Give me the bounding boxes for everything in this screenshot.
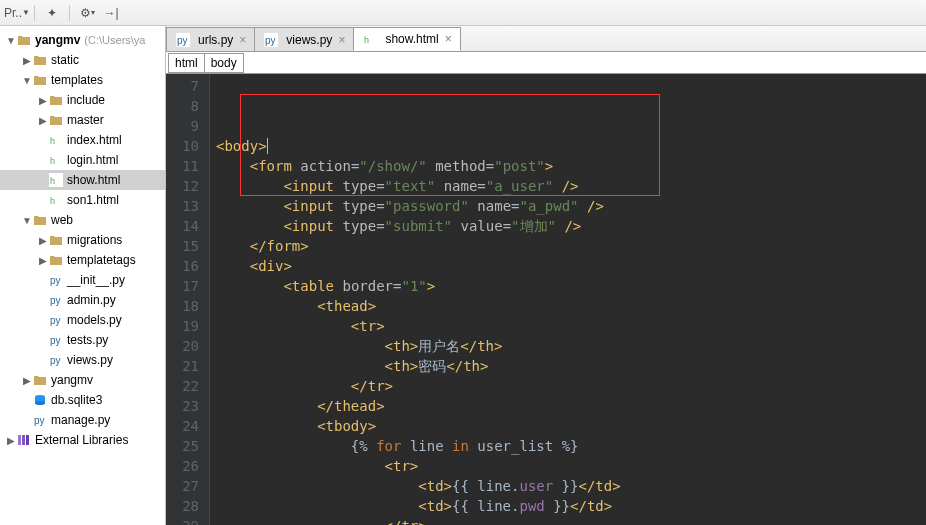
tree-label: External Libraries: [35, 433, 128, 447]
tree-item-models-py[interactable]: pymodels.py: [0, 310, 165, 330]
code-line[interactable]: <th>用户名</th>: [216, 336, 926, 356]
py-icon: py: [48, 332, 64, 348]
tree-label: master: [67, 113, 104, 127]
expand-arrow-icon[interactable]: ▶: [38, 115, 48, 126]
tree-item-login-html[interactable]: hlogin.html: [0, 150, 165, 170]
code-line[interactable]: <body>: [216, 136, 926, 156]
expand-arrow-icon[interactable]: ▶: [38, 255, 48, 266]
code-line[interactable]: <table border="1">: [216, 276, 926, 296]
code-line[interactable]: </thead>: [216, 396, 926, 416]
tree-item-db-sqlite3[interactable]: db.sqlite3: [0, 390, 165, 410]
code-line[interactable]: </tr>: [216, 376, 926, 396]
svg-text:py: py: [177, 35, 188, 46]
main-toolbar: Pr..▼ ✦ ⚙▾ →|: [0, 0, 926, 26]
collapse-icon[interactable]: ✦: [43, 4, 61, 22]
code-line[interactable]: <thead>: [216, 296, 926, 316]
expand-arrow-icon[interactable]: ▼: [22, 215, 32, 226]
code-line[interactable]: <tr>: [216, 456, 926, 476]
close-icon[interactable]: ×: [445, 32, 452, 46]
tree-label: include: [67, 93, 105, 107]
expand-arrow-icon[interactable]: ▶: [22, 375, 32, 386]
code-line[interactable]: <th>密码</th>: [216, 356, 926, 376]
html-icon: h: [48, 172, 64, 188]
tree-item-manage-py[interactable]: pymanage.py: [0, 410, 165, 430]
tree-item-index-html[interactable]: hindex.html: [0, 130, 165, 150]
tree-item-include[interactable]: ▶include: [0, 90, 165, 110]
tree-item-web[interactable]: ▼web: [0, 210, 165, 230]
tree-item-show-html[interactable]: hshow.html: [0, 170, 165, 190]
code-line[interactable]: <input type="submit" value="增加" />: [216, 216, 926, 236]
line-number: 24: [166, 416, 199, 436]
expand-arrow-icon[interactable]: ▶: [6, 435, 16, 446]
tab-label: urls.py: [198, 33, 233, 47]
line-number: 16: [166, 256, 199, 276]
tree-item-external-libraries[interactable]: ▶External Libraries: [0, 430, 165, 450]
close-icon[interactable]: ×: [338, 33, 345, 47]
line-number: 15: [166, 236, 199, 256]
code-line[interactable]: <td>{{ line.user }}</td>: [216, 476, 926, 496]
tree-label: templatetags: [67, 253, 136, 267]
code-line[interactable]: <div>: [216, 256, 926, 276]
code-body[interactable]: <body> <form action="/show/" method="pos…: [210, 74, 926, 525]
breadcrumb-body[interactable]: body: [204, 53, 244, 73]
gear-icon[interactable]: ⚙▾: [78, 4, 96, 22]
tab-show-html[interactable]: hshow.html×: [353, 27, 460, 51]
code-line[interactable]: </form>: [216, 236, 926, 256]
py-icon: py: [263, 32, 279, 48]
svg-text:py: py: [50, 335, 61, 346]
breadcrumb-html[interactable]: html: [168, 53, 205, 73]
folder-icon: [16, 32, 32, 48]
tree-item-templates[interactable]: ▼templates: [0, 70, 165, 90]
expand-arrow-icon[interactable]: ▶: [38, 95, 48, 106]
tree-item-views-py[interactable]: pyviews.py: [0, 350, 165, 370]
tree-label: login.html: [67, 153, 118, 167]
svg-rect-25: [26, 435, 29, 445]
folder-icon: [32, 52, 48, 68]
expand-arrow-icon[interactable]: ▶: [38, 235, 48, 246]
line-number: 9: [166, 116, 199, 136]
hide-icon[interactable]: →|: [102, 4, 120, 22]
tree-item-__init__-py[interactable]: py__init__.py: [0, 270, 165, 290]
code-line[interactable]: <tr>: [216, 316, 926, 336]
py-icon: py: [175, 32, 191, 48]
tree-label: __init__.py: [67, 273, 125, 287]
code-line[interactable]: {% for line in user_list %}: [216, 436, 926, 456]
code-line[interactable]: <td>{{ line.pwd }}</td>: [216, 496, 926, 516]
tree-item-templatetags[interactable]: ▶templatetags: [0, 250, 165, 270]
expand-arrow-icon[interactable]: ▼: [22, 75, 32, 86]
code-editor[interactable]: 7891011121314151617181920212223242526272…: [166, 74, 926, 525]
folder-icon: [32, 72, 48, 88]
svg-rect-24: [22, 435, 25, 445]
tree-item-tests-py[interactable]: pytests.py: [0, 330, 165, 350]
code-line[interactable]: <form action="/show/" method="post">: [216, 156, 926, 176]
svg-text:h: h: [364, 35, 369, 45]
py-icon: py: [48, 312, 64, 328]
breadcrumb: htmlbody: [166, 52, 926, 74]
tab-urls-py[interactable]: pyurls.py×: [166, 27, 255, 51]
close-icon[interactable]: ×: [239, 33, 246, 47]
expand-arrow-icon[interactable]: ▼: [6, 35, 16, 46]
line-number: 28: [166, 496, 199, 516]
html-icon: h: [48, 152, 64, 168]
tree-item-master[interactable]: ▶master: [0, 110, 165, 130]
html-icon: h: [48, 192, 64, 208]
project-tree[interactable]: ▼yangmv(C:\Users\ya▶static▼templates▶inc…: [0, 26, 166, 525]
tree-label: migrations: [67, 233, 122, 247]
line-number: 21: [166, 356, 199, 376]
tree-item-son1-html[interactable]: hson1.html: [0, 190, 165, 210]
line-number: 20: [166, 336, 199, 356]
svg-text:py: py: [34, 415, 45, 426]
tree-item-static[interactable]: ▶static: [0, 50, 165, 70]
tree-item-yangmv[interactable]: ▶yangmv: [0, 370, 165, 390]
tree-hint: (C:\Users\ya: [84, 34, 145, 46]
tree-item-yangmv[interactable]: ▼yangmv(C:\Users\ya: [0, 30, 165, 50]
expand-arrow-icon[interactable]: ▶: [22, 55, 32, 66]
tab-views-py[interactable]: pyviews.py×: [254, 27, 354, 51]
tree-item-admin-py[interactable]: pyadmin.py: [0, 290, 165, 310]
code-line[interactable]: <tbody>: [216, 416, 926, 436]
tree-item-migrations[interactable]: ▶migrations: [0, 230, 165, 250]
code-line[interactable]: <input type="text" name="a_user" />: [216, 176, 926, 196]
code-line[interactable]: </tr>: [216, 516, 926, 525]
code-line[interactable]: <input type="password" name="a_pwd" />: [216, 196, 926, 216]
project-dropdown[interactable]: Pr..▼: [8, 4, 26, 22]
